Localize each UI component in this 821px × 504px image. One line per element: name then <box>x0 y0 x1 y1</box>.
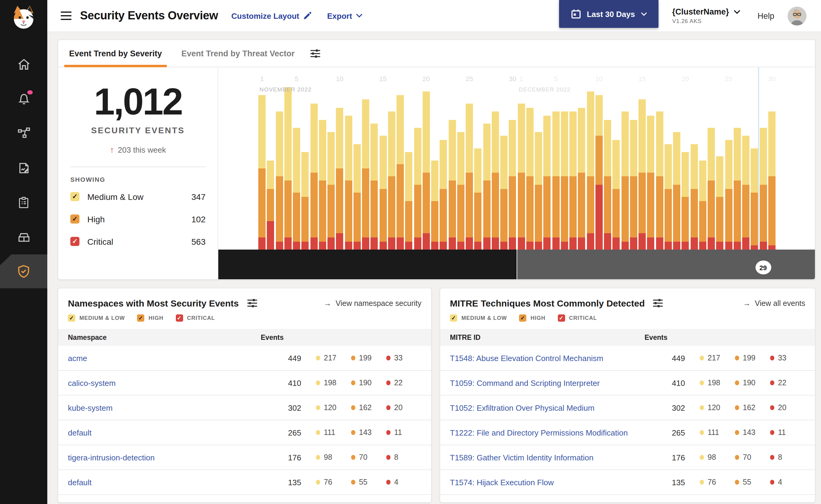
mitre-technique-link[interactable]: T1589: Gather Victim Identity Informatio… <box>450 453 672 462</box>
hamburger-menu-button[interactable] <box>61 9 71 22</box>
chart-bar[interactable] <box>431 160 438 250</box>
chart-bar[interactable] <box>604 120 611 250</box>
chart-bar[interactable] <box>284 87 292 250</box>
critical-checkbox[interactable]: ✓ <box>557 314 565 322</box>
chart-bar[interactable] <box>595 95 603 250</box>
chart-bar[interactable] <box>345 116 352 250</box>
chart-bar[interactable] <box>751 148 758 250</box>
medium_low-checkbox[interactable]: ✓ <box>68 314 75 322</box>
chart-bar[interactable] <box>742 136 750 250</box>
chart-bar[interactable] <box>708 128 715 250</box>
table-row[interactable]: T1574: Hijack Execution Flow13576554 <box>440 470 815 495</box>
chart-bar[interactable] <box>310 104 318 250</box>
critical-checkbox[interactable]: ✓ <box>70 237 79 246</box>
filter-sliders-icon[interactable] <box>248 299 257 308</box>
chart-bar[interactable] <box>569 111 577 250</box>
chart-bar[interactable] <box>293 128 300 250</box>
sidebar-item-policies[interactable] <box>0 151 47 185</box>
cluster-selector[interactable]: {ClusterName} V1.26 AKS <box>672 7 741 24</box>
chart-bar[interactable] <box>630 120 637 250</box>
chart-bar[interactable] <box>492 111 499 250</box>
chart-bar[interactable] <box>483 124 490 250</box>
table-row[interactable]: default13576554 <box>58 470 431 495</box>
selected-day-marker[interactable]: 29 <box>755 260 771 274</box>
view-namespace-security-link[interactable]: → View namespace security <box>324 299 421 307</box>
sidebar-item-compliance[interactable] <box>0 185 47 219</box>
chart-bar[interactable] <box>509 120 516 250</box>
chart-bar[interactable] <box>448 120 456 250</box>
high-checkbox[interactable]: ✓ <box>70 214 79 224</box>
chart-bar[interactable] <box>397 95 404 250</box>
table-row[interactable]: T1589: Gather Victim Identity Informatio… <box>440 445 815 470</box>
chip-medium_low[interactable]: ✓MEDIUM & LOW <box>68 314 125 322</box>
table-row[interactable]: T1548: Abuse Elevation Control Mechanism… <box>440 346 815 371</box>
chart-bar[interactable] <box>656 111 663 250</box>
chart-bar[interactable] <box>500 136 507 250</box>
sidebar-item-alerts[interactable] <box>0 82 47 116</box>
legend-row-critical[interactable]: ✓Critical563 <box>70 230 206 253</box>
namespace-link[interactable]: default <box>68 478 288 487</box>
chart-bar[interactable] <box>734 128 741 250</box>
chart-bar[interactable] <box>466 104 473 250</box>
chip-critical[interactable]: ✓CRITICAL <box>557 314 597 322</box>
sidebar-item-service-graph[interactable] <box>0 116 47 150</box>
chart-bar[interactable] <box>405 152 413 250</box>
chart-bar[interactable] <box>440 140 447 250</box>
chip-medium_low[interactable]: ✓MEDIUM & LOW <box>450 314 507 322</box>
legend-row-medium_low[interactable]: ✓Medium & Low347 <box>70 185 206 208</box>
chart-bar[interactable] <box>302 152 309 250</box>
chart-bar[interactable] <box>665 144 672 250</box>
chart-bar[interactable] <box>768 111 776 250</box>
help-link[interactable]: Help <box>757 11 774 20</box>
chip-high[interactable]: ✓HIGH <box>137 314 163 322</box>
table-row[interactable]: acme44921719933 <box>58 346 431 371</box>
mitre-technique-link[interactable]: T1222: File and Directory Permissions Mo… <box>450 428 672 437</box>
tab-event-trend-by-threat-vector[interactable]: Event Trend by Threat Vector <box>179 40 297 67</box>
chart-bar[interactable] <box>760 128 767 250</box>
legend-row-high[interactable]: ✓High102 <box>70 208 206 230</box>
mitre-technique-link[interactable]: T1052: Exfiltration Over Physical Medium <box>450 403 672 412</box>
namespace-link[interactable]: default <box>68 428 288 437</box>
high-checkbox[interactable]: ✓ <box>519 314 526 322</box>
chart-bar[interactable] <box>327 132 335 250</box>
chart-bar[interactable] <box>699 160 706 250</box>
chart-bar[interactable] <box>362 99 369 250</box>
chart-bar[interactable] <box>423 91 430 250</box>
chart-bar[interactable] <box>388 111 395 250</box>
chart-bar[interactable] <box>587 91 594 250</box>
critical-checkbox[interactable]: ✓ <box>175 314 183 322</box>
chart-bar[interactable] <box>561 111 568 250</box>
namespace-link[interactable]: tigera-intrusion-detection <box>68 453 288 462</box>
date-range-button[interactable]: Last 30 Days <box>559 0 659 28</box>
chip-critical[interactable]: ✓CRITICAL <box>175 314 215 322</box>
mitre-technique-link[interactable]: T1548: Abuse Elevation Control Mechanism <box>450 353 672 363</box>
chart-bar[interactable] <box>621 111 629 250</box>
chart-bar[interactable] <box>543 116 551 250</box>
table-row[interactable]: T1059: Command and Scripting Interpreter… <box>440 371 815 396</box>
chart-bar[interactable] <box>613 140 620 250</box>
tigera-cat-logo[interactable] <box>10 4 38 31</box>
chart-bar[interactable] <box>682 152 689 250</box>
chart-bar[interactable] <box>354 144 361 250</box>
chart-bar[interactable] <box>535 132 542 250</box>
chart-bar[interactable] <box>371 124 378 250</box>
chart-bar[interactable] <box>258 95 266 250</box>
chart-bar[interactable] <box>517 104 525 250</box>
chart-bar[interactable] <box>647 116 655 250</box>
namespace-link[interactable]: kube-system <box>68 403 288 412</box>
chart-bar[interactable] <box>319 120 326 250</box>
chart-bar[interactable] <box>639 99 646 250</box>
sidebar-item-home[interactable] <box>0 47 47 81</box>
user-avatar[interactable] <box>788 6 806 25</box>
table-row[interactable]: default26511114311 <box>58 420 431 445</box>
chart-bar[interactable] <box>336 108 344 250</box>
namespace-link[interactable]: calico-system <box>68 378 288 387</box>
chart-bar[interactable] <box>276 111 283 250</box>
namespace-link[interactable]: acme <box>68 353 288 363</box>
chart-bar[interactable] <box>578 108 585 250</box>
chart-bar[interactable] <box>414 128 421 250</box>
chart-bar[interactable] <box>716 156 724 250</box>
table-row[interactable]: T1222: File and Directory Permissions Mo… <box>440 420 815 445</box>
table-row[interactable]: calico-system41019819022 <box>58 371 431 396</box>
high-checkbox[interactable]: ✓ <box>137 314 144 322</box>
